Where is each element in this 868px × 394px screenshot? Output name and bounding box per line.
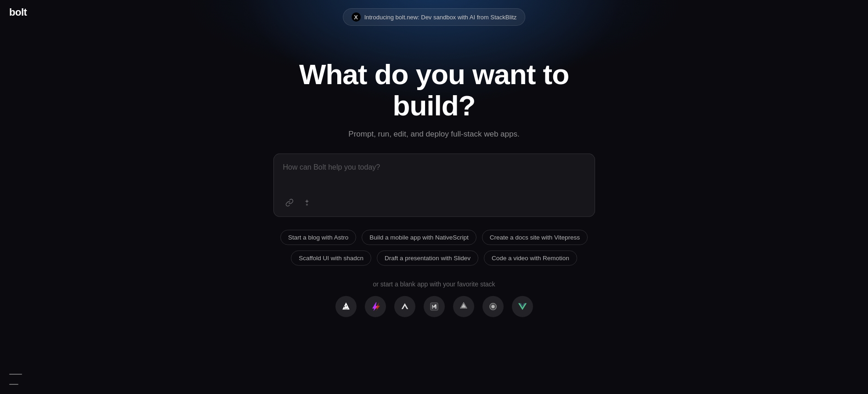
blank-app-section: or start a blank app with your favorite … — [335, 280, 533, 317]
chip-mobile-nativescript[interactable]: Build a mobile app with NativeScript — [362, 230, 476, 245]
sidebar-toggle[interactable] — [9, 374, 22, 385]
chips-row-1: Start a blog with Astro Build a mobile a… — [280, 230, 588, 245]
hero-subtitle: Prompt, run, edit, and deploy full-stack… — [348, 130, 519, 139]
hero-title: What do you want to build? — [273, 58, 595, 121]
tech-icons — [335, 296, 533, 317]
svg-point-2 — [491, 305, 494, 308]
chat-input[interactable] — [283, 163, 585, 191]
chip-scaffold-shadcn[interactable]: Scaffold UI with shadcn — [291, 251, 371, 266]
chip-docs-vitepress[interactable]: Create a docs site with Vitepress — [482, 230, 588, 245]
sidebar-bar-1 — [9, 374, 22, 375]
main-content: What do you want to build? Prompt, run, … — [273, 58, 595, 317]
link-icon[interactable] — [283, 196, 296, 209]
tech-icon-nest[interactable] — [424, 296, 445, 317]
tech-icon-nuxt[interactable] — [394, 296, 415, 317]
chip-presentation-slidev[interactable]: Draft a presentation with Slidev — [377, 251, 478, 266]
chips-row-2: Scaffold UI with shadcn Draft a presenta… — [291, 251, 577, 266]
input-actions — [283, 196, 585, 209]
logo[interactable]: bolt — [9, 6, 27, 18]
tech-icon-svelte[interactable] — [453, 296, 474, 317]
tech-icon-astro[interactable] — [335, 296, 357, 317]
suggestion-chips: Start a blog with Astro Build a mobile a… — [280, 230, 588, 266]
tech-icon-vite[interactable] — [365, 296, 386, 317]
blank-app-text: or start a blank app with your favorite … — [373, 280, 495, 288]
announcement-text: Introducing bolt.new: Dev sandbox with A… — [364, 14, 517, 21]
input-container — [273, 154, 595, 217]
chip-video-remotion[interactable]: Code a video with Remotion — [484, 251, 577, 266]
chip-blog-astro[interactable]: Start a blog with Astro — [280, 230, 356, 245]
tech-icon-vue[interactable] — [512, 296, 533, 317]
enhance-icon[interactable] — [301, 196, 313, 209]
sidebar-bar-2 — [9, 384, 18, 385]
announcement-bar[interactable]: X Introducing bolt.new: Dev sandbox with… — [343, 8, 526, 26]
x-icon: X — [352, 12, 361, 22]
tech-icon-solid[interactable] — [482, 296, 504, 317]
